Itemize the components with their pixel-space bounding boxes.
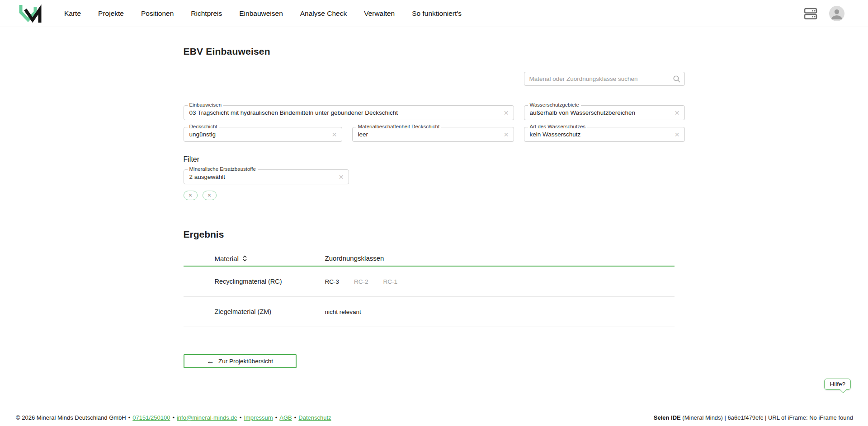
column-header-material-sort[interactable]: Material [184,255,325,262]
field-label: Art des Wasserschutzes [528,124,588,129]
table-header-row: Material Zuordnungsklassen [184,251,675,267]
nav-item-analyse-check[interactable]: Analyse Check [300,9,347,18]
clear-icon[interactable]: ✕ [339,174,344,180]
material-cell: Recyclingmaterial (RC) [184,278,325,285]
footer-link-agb[interactable]: AGB [279,414,292,421]
filter-chips: ✕ ✕ [184,191,685,200]
field-value: leer [358,131,500,138]
field-einbauweisen[interactable]: Einbauweisen 03 Tragschicht mit hydrauli… [184,105,514,120]
classes-cell: RC-3 RC-2 RC-1 [325,278,675,285]
material-cell: Ziegelmaterial (ZM) [184,308,325,315]
copyright-text: © 2026 Mineral Minds Deutschland GmbH [16,414,126,421]
app-header: Karte Projekte Positionen Richtpreis Ein… [0,0,868,27]
field-mineralische-ersatzbaustoffe[interactable]: Mineralische Ersatzbaustoffe 2 ausgewähl… [184,169,349,184]
filter-heading: Filter [184,155,685,164]
search-box [524,72,685,86]
clear-icon[interactable]: ✕ [675,110,680,116]
search-row [184,72,685,86]
class-badge: RC-1 [383,278,398,285]
footer-link-datenschutz[interactable]: Datenschutz [298,414,331,421]
field-wasserschutzgebiete[interactable]: Wasserschutzgebiete außerhalb von Wasser… [524,105,685,120]
clear-icon[interactable]: ✕ [504,131,509,138]
filter-chip-remove-icon[interactable]: ✕ [184,191,198,200]
table-row: Ziegelmaterial (ZM) nicht relevant [184,297,675,327]
filter-chip-remove-icon[interactable]: ✕ [203,191,217,200]
class-badge: RC-2 [354,278,368,285]
clear-icon[interactable]: ✕ [504,110,509,116]
clear-icon[interactable]: ✕ [675,131,680,138]
nav-item-einbauweisen[interactable]: Einbauweisen [239,9,283,18]
field-materialbeschaffenheit[interactable]: Materialbeschaffenheit Deckschicht leer … [352,127,514,142]
footer-link-phone[interactable]: 07151/250100 [132,414,170,421]
field-value: 2 ausgewählt [189,173,335,180]
nav-item-so-funktionierts[interactable]: So funktioniert's [412,9,462,18]
field-label: Einbauweisen [188,102,224,108]
field-label: Wasserschutzgebiete [528,102,581,108]
help-bubble-tail [840,387,846,393]
nav-item-richtpreis[interactable]: Richtpreis [191,9,222,18]
header-right [804,6,844,21]
nav-item-projekte[interactable]: Projekte [98,9,124,18]
footer-link-impressum[interactable]: Impressum [244,414,273,421]
search-icon [673,75,681,83]
classes-cell: nicht relevant [325,308,675,316]
field-value: ungünstig [189,131,328,138]
results-heading: Ergebnis [184,229,685,240]
back-to-projects-button[interactable]: ← Zur Projektübersicht [184,354,297,368]
footer-debug-info: Selen IDE (Mineral Minds) | 6a6e1f479efc… [654,414,853,421]
field-label: Mineralische Ersatzbaustoffe [188,166,258,172]
main-content: EBV Einbauweisen Einbauweisen 03 Tragsch… [184,46,685,368]
results-table: Material Zuordnungsklassen Recyclingmate… [184,251,675,327]
field-value: außerhalb von Wasserschutzbereichen [530,109,671,116]
class-badge: RC-3 [325,278,340,285]
field-value: 03 Tragschicht mit hydraulischen Bindemi… [189,109,500,116]
table-row: Recyclingmaterial (RC) RC-3 RC-2 RC-1 [184,267,675,297]
nav-item-karte[interactable]: Karte [64,9,81,18]
field-deckschicht[interactable]: Deckschicht ungünstig ✕ [184,127,342,142]
field-label: Materialbeschaffenheit Deckschicht [356,124,442,129]
field-label: Deckschicht [188,124,219,129]
server-rack-icon[interactable] [804,7,817,20]
footer: © 2026 Mineral Minds Deutschland GmbH•07… [0,414,868,421]
clear-icon[interactable]: ✕ [332,131,337,138]
column-header-zuordnungsklassen: Zuordnungsklassen [325,254,675,262]
main-nav: Karte Projekte Positionen Richtpreis Ein… [64,9,462,18]
fields-row-2: Deckschicht ungünstig ✕ Materialbeschaff… [184,127,685,142]
field-art-des-wasserschutzes[interactable]: Art des Wasserschutzes kein Wasserschutz… [524,127,685,142]
footer-left: © 2026 Mineral Minds Deutschland GmbH•07… [16,414,331,421]
back-button-label: Zur Projektübersicht [218,358,273,365]
mineral-minds-logo-icon[interactable] [18,3,42,24]
footer-app-name: Selen IDE [654,414,681,421]
user-avatar-icon[interactable] [829,6,844,21]
footer-debug-text: (Mineral Minds) | 6a6e1f479efc | URL of … [682,414,853,421]
nav-item-verwalten[interactable]: Verwalten [364,9,395,18]
nav-item-positionen[interactable]: Positionen [141,9,174,18]
sort-icon [242,255,248,262]
footer-link-email[interactable]: info@mineral-minds.de [177,414,237,421]
fields-row-1: Einbauweisen 03 Tragschicht mit hydrauli… [184,105,685,120]
back-arrow-icon: ← [207,357,214,365]
column-header-material: Material [215,255,239,262]
search-input[interactable] [524,72,685,86]
field-value: kein Wasserschutz [530,131,671,138]
help-button[interactable]: Hilfe? [824,379,851,390]
page-title: EBV Einbauweisen [184,46,685,57]
